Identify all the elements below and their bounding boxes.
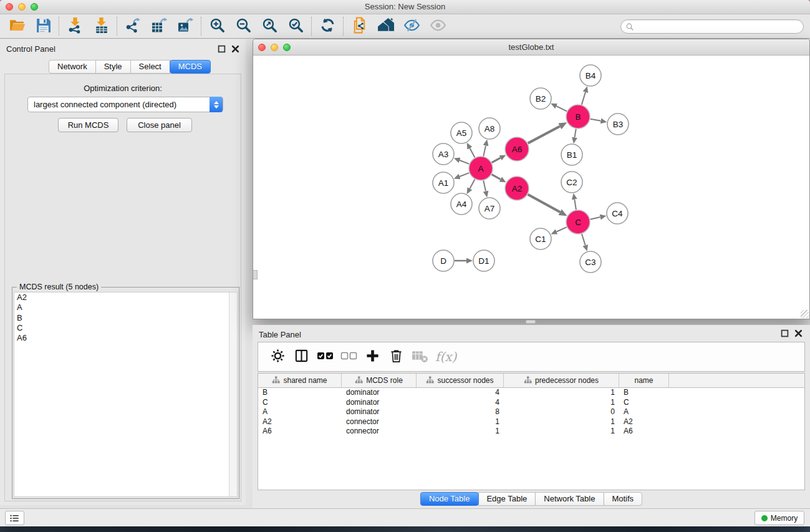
column-header-successor-nodes[interactable]: successor nodes [417,374,504,387]
column-header-MCDS-role[interactable]: MCDS role [342,374,417,387]
mcds-result-item[interactable]: A2 [14,293,237,302]
show-hidden-button[interactable] [425,16,451,36]
tab-motifs[interactable]: Motifs [603,492,642,506]
table-row[interactable]: Cdominator41C [258,398,804,408]
graph-node-A6[interactable]: A6 [505,137,529,161]
graph-node-B4[interactable]: B4 [580,65,601,86]
tab-node-table[interactable]: Node Table [420,492,479,506]
table-row[interactable]: A6connector11A6 [258,427,804,437]
graph-node-C1[interactable]: C1 [530,228,551,249]
splitter-grip[interactable] [526,320,536,324]
graph-node-D1[interactable]: D1 [473,250,494,271]
window-resize-grip[interactable] [801,310,809,318]
mcds-result-item[interactable]: A6 [14,333,237,343]
graph-node-D[interactable]: D [433,250,454,271]
deselect-all-columns-button[interactable] [337,345,360,369]
export-image-button[interactable] [172,16,198,36]
zoom-in-button[interactable] [204,16,230,36]
graph-edge-B-B2[interactable] [556,106,567,111]
tab-edge-table[interactable]: Edge Table [478,492,536,506]
graph-node-A2[interactable]: A2 [505,177,529,200]
search-input[interactable] [634,21,803,32]
graph-edge-A-A7[interactable] [483,181,486,191]
zoom-fit-button[interactable] [256,16,282,36]
close-panel-button[interactable]: Close panel [127,118,192,132]
graph-edge-B-B4[interactable] [582,92,586,105]
graph-edge-A-A6[interactable] [492,158,501,162]
float-table-panel-icon[interactable] [781,329,789,337]
tab-mcds[interactable]: MCDS [170,60,211,74]
home-view-button[interactable] [372,16,398,36]
zoom-selected-button[interactable] [282,16,309,36]
graph-node-A1[interactable]: A1 [433,172,454,193]
function-builder-button[interactable]: f(x) [435,349,456,364]
close-table-panel-icon[interactable] [794,329,803,337]
graph-node-A7[interactable]: A7 [479,198,500,219]
optimization-criterion-select[interactable]: largest connected component (directed) [27,97,223,112]
graph-node-B[interactable]: B [566,105,590,128]
graph-edge-A-A4[interactable] [470,180,475,189]
scrollbar[interactable] [229,293,237,496]
column-header-predecessor-nodes[interactable]: predecessor nodes [504,374,619,387]
graph-edge-A-A3[interactable] [460,160,469,164]
network-canvas[interactable]: B4B2BB3A5A8A6B1A3AA1C2A4A7A2CC4C1C3DD1 [253,56,809,319]
close-panel-icon[interactable] [231,44,239,52]
graph-node-A5[interactable]: A5 [451,122,472,143]
table-row[interactable]: Adominator80A [258,407,804,417]
graph-edge-A6-B[interactable] [528,126,560,143]
apply-layout-button[interactable] [314,16,340,36]
memory-button[interactable]: Memory [755,511,804,525]
graph-node-A8[interactable]: A8 [479,118,500,139]
graph-node-B1[interactable]: B1 [561,144,582,165]
zoom-out-button[interactable] [230,16,256,36]
export-table-button[interactable] [146,16,172,36]
save-session-button[interactable] [30,16,56,36]
graph-edge-C-C1[interactable] [557,227,567,231]
mcds-result-item[interactable]: A [14,302,237,312]
import-table-button[interactable] [88,16,114,36]
graph-edge-C-C2[interactable] [574,200,576,210]
graph-edge-A2-C[interactable] [528,195,561,212]
graph-edge-C-C3[interactable] [582,234,586,245]
task-history-button[interactable] [5,511,24,525]
graph-node-C3[interactable]: C3 [580,251,601,273]
graph-edge-A-A8[interactable] [483,145,486,156]
graph-edge-B-B1[interactable] [575,129,576,138]
graph-node-B2[interactable]: B2 [530,88,551,109]
export-network-button[interactable] [120,16,146,36]
canvas-side-handle[interactable] [253,270,258,279]
graph-edge-C-C4[interactable] [591,217,600,220]
mcds-result-item[interactable]: B [14,313,237,323]
column-header-name[interactable]: name [619,374,669,387]
table-settings-button[interactable] [266,345,289,369]
graph-node-A4[interactable]: A4 [451,193,472,215]
graph-node-C2[interactable]: C2 [561,172,582,193]
tab-select[interactable]: Select [130,60,170,74]
add-column-button[interactable] [360,345,384,369]
open-session-button[interactable] [4,16,30,36]
graph-node-A3[interactable]: A3 [433,143,454,165]
mcds-result-item[interactable]: C [14,323,237,333]
table-row[interactable]: A2connector11A2 [258,417,804,427]
tab-style[interactable]: Style [95,60,131,74]
delete-column-button[interactable] [384,345,408,369]
run-mcds-button[interactable]: Run MCDS [58,118,118,132]
graph-node-C4[interactable]: C4 [607,203,628,224]
clone-network-button[interactable] [346,16,372,36]
graph-edge-B-B3[interactable] [591,119,601,121]
tab-network-table[interactable]: Network Table [535,492,604,506]
graph-edge-A-A5[interactable] [470,148,475,158]
table-row[interactable]: Bdominator41B [258,388,804,398]
float-panel-icon[interactable] [218,44,226,52]
tab-network[interactable]: Network [49,60,96,74]
graph-node-C[interactable]: C [566,210,590,234]
graph-node-B3[interactable]: B3 [607,114,629,135]
hide-panels-button[interactable] [398,16,425,36]
select-all-columns-button[interactable] [313,345,337,369]
graph-edge-A-A1[interactable] [460,173,469,177]
toggle-panels-button[interactable] [289,345,313,369]
column-header-shared-name[interactable]: shared name [258,374,342,387]
import-network-button[interactable] [62,16,88,36]
graph-edge-A-A2[interactable] [492,175,501,180]
delete-table-button[interactable] [408,345,432,369]
